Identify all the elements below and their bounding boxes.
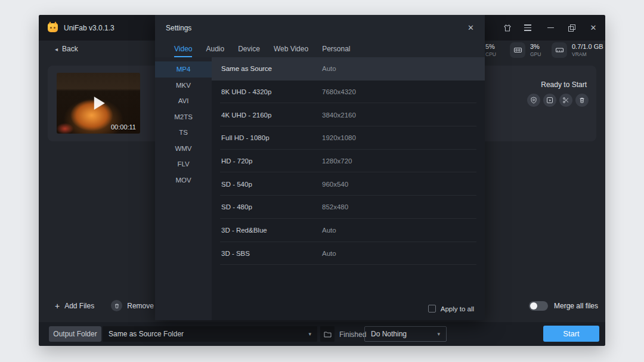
apply-to-all-checkbox[interactable]: Apply to all (428, 305, 474, 313)
back-label: Back (62, 45, 78, 53)
app-window: UniFab v3.0.1.3 ✕ 5% CPU (39, 15, 605, 346)
ram-icon (552, 42, 567, 58)
protection-shield-icon[interactable] (527, 94, 540, 107)
checkbox-icon[interactable] (428, 305, 436, 313)
video-thumbnail[interactable]: 00:00:11 (57, 73, 140, 134)
preset-row-4k[interactable]: 4K UHD - 2160p 3840x2160 (212, 103, 485, 126)
merge-all-files-label: Merge all files (554, 302, 598, 310)
plus-icon: + (55, 301, 60, 311)
preset-row-3d-sbs[interactable]: 3D - SBS Auto (212, 242, 485, 265)
format-item-avi[interactable]: AVI (155, 93, 212, 109)
format-item-mp4[interactable]: MP4 (155, 61, 212, 78)
format-sidebar: MP4 MKV AVI M2TS TS WMV FLV MOV (155, 57, 212, 320)
preset-row-same-as-source[interactable]: Same as Source Auto (212, 57, 485, 81)
output-folder-button[interactable]: Output Folder (49, 326, 101, 342)
trim-scissors-icon[interactable] (559, 94, 572, 107)
tab-audio[interactable]: Audio (206, 41, 224, 57)
restore-window-icon[interactable] (567, 23, 577, 33)
apply-to-all-label: Apply to all (441, 305, 474, 313)
format-item-ts[interactable]: TS (155, 125, 212, 141)
delete-trash-icon[interactable] (575, 94, 589, 107)
chevron-down-icon: ▾ (308, 331, 311, 337)
gpu-icon (510, 42, 525, 58)
footer-bar: Output Folder Same as Source Folder ▾ Fi… (39, 322, 605, 346)
unifab-logo-icon (48, 23, 58, 32)
trash-circle-icon (111, 300, 122, 311)
finished-action-dropdown[interactable]: Do Nothing ▾ (364, 326, 447, 342)
close-window-icon[interactable]: ✕ (589, 23, 598, 33)
close-dialog-icon[interactable]: ✕ (467, 23, 474, 32)
vram-usage-value: 0.7/1.0 GB (572, 43, 603, 51)
settings-tabs: Video Audio Device Web Video Personal (155, 41, 485, 57)
video-duration: 00:00:11 (111, 123, 136, 131)
status-badge: Ready to Start (541, 81, 587, 89)
format-item-m2ts[interactable]: M2TS (155, 109, 212, 125)
vram-usage-label: VRAM (572, 51, 603, 58)
tab-personal[interactable]: Personal (322, 41, 350, 57)
dialog-title: Settings (166, 24, 191, 32)
finished-label: Finished (339, 330, 366, 339)
theme-skin-icon[interactable] (503, 23, 512, 33)
preset-row-8k[interactable]: 8K UHD - 4320p 7680x4320 (212, 81, 485, 104)
preset-row-720p[interactable]: HD - 720p 1280x720 (212, 150, 485, 173)
dialog-header: Settings ✕ (155, 15, 485, 41)
gpu-usage: 3% GPU (510, 42, 541, 58)
preview-play-icon[interactable] (543, 94, 556, 107)
format-item-mov[interactable]: MOV (155, 172, 212, 188)
output-path-value: Same as Source Folder (109, 330, 308, 338)
add-files-label: Add Files (64, 302, 94, 310)
finished-action-value: Do Nothing (371, 330, 437, 338)
preset-list: Same as Source Auto 8K UHD - 4320p 7680x… (212, 57, 485, 320)
format-item-wmv[interactable]: WMV (155, 141, 212, 157)
gpu-usage-label: GPU (530, 51, 541, 58)
format-item-mkv[interactable]: MKV (155, 78, 212, 94)
browse-folder-icon[interactable] (320, 326, 335, 342)
start-button[interactable]: Start (543, 326, 599, 342)
app-title: UniFab v3.0.1.3 (64, 24, 114, 32)
gpu-usage-value: 3% (530, 43, 541, 51)
preset-row-480p[interactable]: SD - 480p 852x480 (212, 196, 485, 219)
cpu-usage-value: 5% (485, 43, 496, 51)
back-arrow-icon: ◂ (55, 46, 58, 52)
menu-icon[interactable] (524, 23, 534, 33)
toggle-switch[interactable] (529, 301, 548, 311)
vram-usage: 0.7/1.0 GB VRAM (552, 42, 603, 58)
back-button[interactable]: ◂ Back (55, 45, 78, 53)
settings-dialog: Settings ✕ Video Audio Device Web Video … (155, 15, 485, 320)
add-files-button[interactable]: + Add Files (55, 301, 94, 311)
tab-device[interactable]: Device (238, 41, 260, 57)
minimize-icon[interactable] (546, 23, 555, 33)
play-icon[interactable] (94, 97, 105, 110)
tab-web-video[interactable]: Web Video (274, 41, 308, 57)
chevron-down-icon: ▾ (437, 331, 440, 337)
preset-row-540p[interactable]: SD - 540p 960x540 (212, 172, 485, 196)
tab-video[interactable]: Video (174, 41, 192, 57)
output-path-dropdown[interactable]: Same as Source Folder ▾ (103, 326, 317, 342)
preset-row-3d-redblue[interactable]: 3D - Red&Blue Auto (212, 219, 485, 242)
merge-all-files-toggle[interactable]: Merge all files (529, 301, 598, 311)
preset-row-1080p[interactable]: Full HD - 1080p 1920x1080 (212, 126, 485, 150)
format-item-flv[interactable]: FLV (155, 156, 212, 172)
cpu-usage-label: CPU (485, 51, 496, 58)
